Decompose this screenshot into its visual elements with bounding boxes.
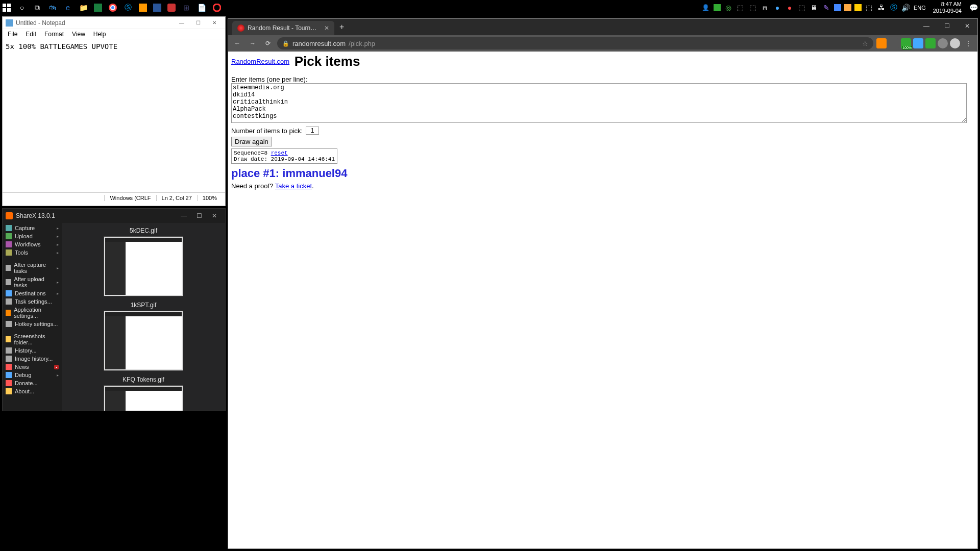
tray-icon[interactable]: ⬚ <box>748 3 757 12</box>
sidebar-item[interactable]: Application settings... <box>3 306 62 320</box>
svg-rect-2 <box>3 8 6 12</box>
tray-icon[interactable] <box>714 4 721 11</box>
minimize-button[interactable]: — <box>916 19 937 33</box>
num-items-input[interactable] <box>306 127 319 135</box>
take-ticket-link[interactable]: Take a ticket <box>275 182 312 190</box>
badge: • <box>54 365 59 369</box>
extension-icon[interactable] <box>889 38 899 48</box>
sidebar-item[interactable]: Capture▸ <box>3 224 62 232</box>
extension-icon[interactable]: 100% <box>901 38 911 48</box>
explorer-icon[interactable]: 📁 <box>79 3 88 12</box>
screenshot-thumbnail[interactable] <box>104 311 183 371</box>
extension-icon[interactable] <box>876 38 887 48</box>
items-textarea[interactable] <box>231 83 967 123</box>
tray-people-icon[interactable]: 👤 <box>701 3 710 12</box>
tray-icon[interactable]: ● <box>773 3 782 12</box>
tray-icon[interactable]: ⬚ <box>797 3 806 12</box>
tray-dropbox-icon[interactable]: ⧈ <box>761 3 770 12</box>
close-button[interactable]: ✕ <box>207 210 222 221</box>
language-indicator[interactable]: ENG <box>914 5 926 11</box>
sidebar-item[interactable]: Donate... <box>3 379 62 387</box>
sidebar-item[interactable]: News• <box>3 363 62 371</box>
minimize-button[interactable]: — <box>174 18 189 28</box>
edge-icon[interactable]: e <box>63 3 72 12</box>
tray-icon[interactable]: 🖥 <box>810 3 819 12</box>
notepad-titlebar[interactable]: Untitled - Notepad — ☐ ✕ <box>3 17 225 29</box>
tray-icon[interactable]: ◎ <box>724 3 733 12</box>
sidebar-item[interactable]: Upload▸ <box>3 232 62 240</box>
maximize-button[interactable]: ☐ <box>191 210 207 221</box>
sharex-history[interactable]: 5kDEC.gif1kSPT.gifKFQ Tokens.gif <box>62 223 225 411</box>
close-button[interactable]: ✕ <box>207 18 222 28</box>
menu-help[interactable]: Help <box>90 31 109 38</box>
notifications-icon[interactable]: 💬 <box>969 3 978 12</box>
forward-button[interactable]: → <box>247 37 259 49</box>
tray-icon[interactable] <box>844 4 851 11</box>
notepad-icon[interactable]: 📄 <box>197 3 206 12</box>
item-icon <box>6 310 11 316</box>
extension-icon[interactable] <box>925 38 936 48</box>
sidebar-item[interactable]: After upload tasks▸ <box>3 275 62 289</box>
new-tab-button[interactable]: + <box>334 22 349 32</box>
back-button[interactable]: ← <box>231 37 243 49</box>
minimize-button[interactable]: — <box>176 210 191 221</box>
cortana-icon[interactable]: ○ <box>17 3 27 12</box>
store-icon[interactable]: 🛍 <box>48 3 57 12</box>
taskview-icon[interactable]: ⧉ <box>33 3 42 12</box>
chrome-icon[interactable] <box>108 3 117 12</box>
start-button[interactable] <box>2 3 11 12</box>
extension-icon[interactable] <box>938 38 948 48</box>
maximize-button[interactable]: ☐ <box>937 19 957 33</box>
screenshot-thumbnail[interactable] <box>104 385 183 411</box>
sidebar-item[interactable]: Tools▸ <box>3 248 62 257</box>
sharex-titlebar[interactable]: ShareX 13.0.1 — ☐ ✕ <box>3 209 225 223</box>
tray-icon[interactable]: ✎ <box>822 3 831 12</box>
sidebar-item[interactable]: Task settings... <box>3 297 62 306</box>
menu-view[interactable]: View <box>69 31 88 38</box>
notepad-editor[interactable]: 5x 100% BATTLEGAMES UPVOTE <box>3 39 225 192</box>
sidebar-item[interactable]: Workflows▸ <box>3 240 62 248</box>
sidebar-item[interactable]: Hotkey settings... <box>3 320 62 328</box>
browser-tab[interactable]: Random Result - Tournament dra ✕ <box>232 21 334 35</box>
sidebar-item[interactable]: History... <box>3 346 62 355</box>
draw-again-button[interactable]: Draw again <box>231 137 272 146</box>
system-clock[interactable]: 8:47 AM 2019-09-04 <box>929 1 966 14</box>
site-home-link[interactable]: RandomResult.com <box>231 58 289 65</box>
tray-icon[interactable] <box>834 4 841 11</box>
skype-icon[interactable]: Ⓢ <box>124 3 133 12</box>
extension-icon[interactable] <box>913 38 923 48</box>
tray-skype-icon[interactable]: Ⓢ <box>889 3 898 12</box>
maximize-button[interactable]: ☐ <box>190 18 206 28</box>
bookmark-star-icon[interactable]: ☆ <box>862 40 868 47</box>
sidebar-item[interactable]: Screenshots folder... <box>3 332 62 346</box>
sidebar-item[interactable]: Debug▸ <box>3 371 62 379</box>
teams-icon[interactable]: ⊞ <box>182 3 191 12</box>
chrome-menu-icon[interactable]: ⋮ <box>962 37 974 49</box>
sidebar-item[interactable]: Destinations▸ <box>3 289 62 297</box>
address-bar[interactable]: 🔒 randomresult.com/pick.php ☆ <box>277 37 873 49</box>
tray-network-icon[interactable]: 🖧 <box>877 3 886 12</box>
sidebar-item[interactable]: After capture tasks▸ <box>3 261 62 275</box>
word-icon[interactable] <box>153 4 161 12</box>
outlook-icon[interactable] <box>139 4 147 12</box>
menu-file[interactable]: File <box>5 31 20 38</box>
excel-icon[interactable] <box>94 4 102 12</box>
close-button[interactable]: ✕ <box>957 19 977 33</box>
tray-icon[interactable]: ⬚ <box>865 3 874 12</box>
tray-icon[interactable] <box>854 4 862 11</box>
tab-close-icon[interactable]: ✕ <box>324 24 329 32</box>
reload-button[interactable]: ⟳ <box>262 37 274 49</box>
tray-icon[interactable]: ● <box>785 3 794 12</box>
sidebar-item[interactable]: Image history... <box>3 355 62 363</box>
app-icon[interactable] <box>167 4 176 12</box>
reset-link[interactable]: reset <box>271 150 288 156</box>
sidebar-item[interactable]: About... <box>3 387 62 395</box>
screenshot-thumbnail[interactable] <box>104 236 183 296</box>
proof-after: . <box>312 182 314 190</box>
opera-icon[interactable] <box>212 3 222 12</box>
tray-icon[interactable]: ⬚ <box>736 3 745 12</box>
menu-format[interactable]: Format <box>41 31 67 38</box>
menu-edit[interactable]: Edit <box>22 31 39 38</box>
tray-volume-icon[interactable]: 🔊 <box>901 3 911 12</box>
extension-icon[interactable] <box>950 38 960 48</box>
